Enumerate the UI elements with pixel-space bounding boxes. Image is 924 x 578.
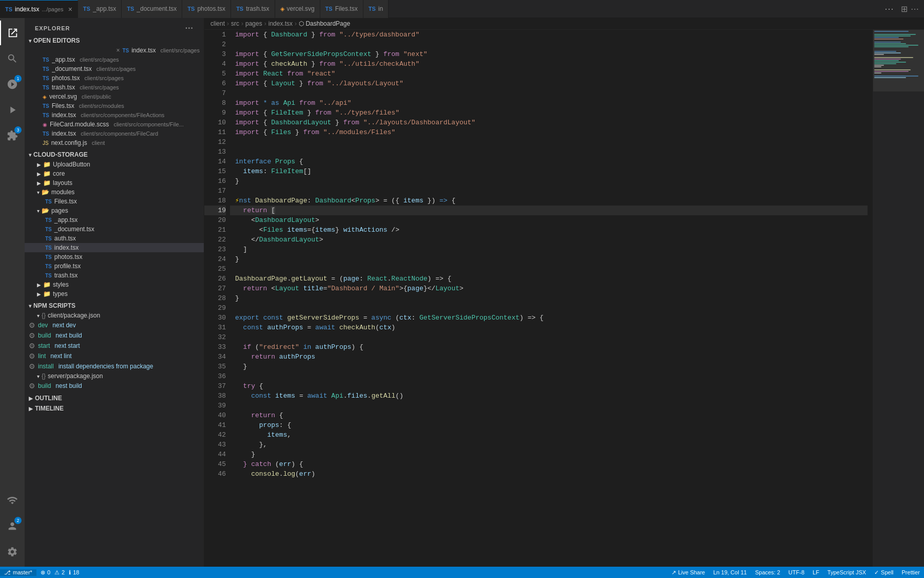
folder-item-styles[interactable]: ▶ 📁 styles: [25, 280, 204, 289]
section-cloud-storage[interactable]: ▾ CLOUD-STORAGE: [25, 150, 204, 160]
breadcrumb: client › src › pages › index.tsx › ⬡ Das…: [204, 18, 924, 30]
cursor-position-status[interactable]: Ln 19, Col 11: [709, 569, 750, 575]
sidebar-more-button[interactable]: ⋯: [185, 23, 194, 33]
activity-remote[interactable]: [0, 488, 25, 513]
folder-item-core[interactable]: ▶ 📁 core: [25, 169, 204, 178]
folder-arrow-icon: ▶: [37, 162, 41, 167]
code-editor[interactable]: import { Dashboard } from "../types/dash…: [230, 30, 873, 567]
activity-extensions[interactable]: 3: [0, 123, 25, 148]
folder-arrow-icon: ▾: [37, 313, 40, 319]
file-item-index-tsx[interactable]: TS index.tsx: [25, 243, 204, 252]
folder-arrow-icon: ▾: [37, 208, 40, 214]
activity-account[interactable]: 2: [0, 514, 25, 538]
npm-group-client[interactable]: ▾ {} client/package.json: [25, 311, 204, 320]
npm-script-lint[interactable]: ⚙ lint next lint: [25, 351, 204, 361]
prettier-status[interactable]: Prettier: [898, 569, 924, 575]
ts-file-icon: TS: [325, 6, 333, 12]
spell-check-status[interactable]: ✓ Spell: [870, 569, 897, 576]
tab-app-tsx[interactable]: TS _app.tsx: [78, 0, 122, 18]
folder-icon: 📁: [43, 281, 51, 288]
tab-index-tsx[interactable]: TS index.tsx .../pages ×: [0, 0, 78, 18]
main-layout: 1 3 2 EXPLORER ⋯: [0, 18, 924, 567]
folder-item-upload-button[interactable]: ▶ 📁 UploadButton: [25, 160, 204, 169]
encoding-status[interactable]: UTF-8: [784, 569, 808, 575]
open-editor-item[interactable]: JS next.config.js client: [25, 138, 204, 147]
split-editor-icon[interactable]: ⊞: [901, 4, 908, 14]
tab-overflow-button[interactable]: ⋯: [879, 3, 899, 14]
file-item-trash-tsx[interactable]: TS trash.tsx: [25, 271, 204, 280]
folder-open-icon: 📂: [42, 189, 49, 196]
live-share-status[interactable]: ↗ Live Share: [667, 569, 709, 576]
tab-bar: TS index.tsx .../pages × TS _app.tsx TS …: [0, 0, 924, 18]
folder-item-layouts[interactable]: ▶ 📁 layouts: [25, 178, 204, 188]
npm-script-install[interactable]: ⚙ install install dependencies from pack…: [25, 361, 204, 371]
tab-in[interactable]: TS in: [363, 0, 389, 18]
activity-run[interactable]: [0, 98, 25, 122]
minimap[interactable]: [873, 30, 924, 567]
tab-label: Files.tsx: [335, 5, 358, 12]
file-item-photos-tsx[interactable]: TS photos.tsx: [25, 252, 204, 262]
spell-icon: ✓: [874, 569, 879, 576]
ts-file-icon: TS: [45, 254, 52, 260]
folder-icon: 📁: [43, 179, 51, 187]
file-item-profile-tsx[interactable]: TS profile.tsx: [25, 262, 204, 271]
language-status[interactable]: TypeScript JSX: [823, 569, 870, 575]
tab-files-tsx[interactable]: TS Files.tsx: [320, 0, 363, 18]
open-editor-item[interactable]: TS trash.tsx client/src/pages: [25, 83, 204, 92]
tab-photos-tsx[interactable]: TS photos.tsx: [182, 0, 231, 18]
ts-file-icon: TS: [122, 48, 129, 53]
activity-explorer[interactable]: [0, 21, 25, 45]
git-branch-status[interactable]: ⎇ master*: [0, 569, 36, 576]
folder-item-types[interactable]: ▶ 📁 types: [25, 289, 204, 299]
editor-layout-controls: ⊞ ⋯: [901, 4, 924, 14]
run-script-icon: ⚙: [29, 382, 35, 390]
open-editor-item[interactable]: × TS index.tsx client/src/pages: [25, 46, 204, 55]
npm-script-nest-build[interactable]: ⚙ build nest build: [25, 381, 204, 391]
activity-bar: 1 3 2: [0, 18, 25, 567]
open-editor-item[interactable]: ◉ FileCard.module.scss client/src/compon…: [25, 120, 204, 129]
close-icon[interactable]: ×: [116, 47, 120, 54]
ts-file-icon: TS: [83, 6, 90, 12]
section-npm-scripts[interactable]: ▾ NPM SCRIPTS: [25, 301, 204, 311]
svg-file-icon: ◈: [43, 94, 47, 100]
folder-item-modules[interactable]: ▾ 📂 modules: [25, 188, 204, 197]
npm-script-start[interactable]: ⚙ start next start: [25, 341, 204, 351]
open-editor-item[interactable]: TS index.tsx client/src/components/FileA…: [25, 110, 204, 120]
activity-search[interactable]: [0, 46, 25, 71]
close-icon[interactable]: ×: [68, 5, 72, 13]
section-timeline[interactable]: ▶ TIMELINE: [25, 403, 204, 414]
open-editor-item[interactable]: ◈ vercel.svg client/public: [25, 92, 204, 101]
section-open-editors[interactable]: ▾ OPEN EDITORS: [25, 35, 204, 46]
open-editor-item[interactable]: TS index.tsx client/src/components/FileC…: [25, 129, 204, 138]
folder-item-pages[interactable]: ▾ 📂 pages: [25, 206, 204, 215]
npm-group-server[interactable]: ▾ {} server/package.json: [25, 371, 204, 381]
file-item-document-tsx[interactable]: TS _document.tsx: [25, 225, 204, 234]
activity-settings[interactable]: [0, 539, 25, 564]
run-script-icon: ⚙: [29, 352, 35, 360]
errors-warnings-status[interactable]: ⊗ 0 ⚠ 2 ℹ 18: [36, 569, 84, 576]
activity-source-control[interactable]: 1: [0, 72, 25, 97]
tab-trash-tsx[interactable]: TS trash.tsx: [231, 0, 275, 18]
ts-file-icon: TS: [45, 227, 52, 232]
npm-script-dev[interactable]: ⚙ dev next dev: [25, 320, 204, 330]
open-editor-item[interactable]: TS photos.tsx client/src/pages: [25, 73, 204, 83]
section-outline[interactable]: ▶ OUTLINE: [25, 393, 204, 403]
open-editor-item[interactable]: TS _document.tsx client/src/pages: [25, 64, 204, 73]
open-editor-item[interactable]: TS Files.tsx client/src/modules: [25, 101, 204, 110]
tab-vercel-svg[interactable]: ◈ vercel.svg: [275, 0, 320, 18]
file-item-auth-tsx[interactable]: TS auth.tsx: [25, 234, 204, 243]
live-share-icon: ↗: [671, 569, 676, 576]
warning-icon: ⚠: [54, 569, 60, 576]
open-editor-item[interactable]: TS _app.tsx client/src/pages: [25, 55, 204, 64]
line-numbers: 123 456 789 101112 131415 161718 19 2021…: [204, 30, 230, 567]
more-actions-icon[interactable]: ⋯: [911, 4, 919, 14]
eol-status[interactable]: LF: [808, 569, 823, 575]
folder-arrow-icon: ▾: [37, 374, 40, 379]
npm-script-build[interactable]: ⚙ build next build: [25, 330, 204, 341]
ts-file-icon: TS: [236, 6, 243, 12]
tab-document-tsx[interactable]: TS _document.tsx: [122, 0, 182, 18]
indentation-status[interactable]: Spaces: 2: [751, 569, 784, 575]
file-item-app-tsx[interactable]: TS _app.tsx: [25, 215, 204, 225]
tab-label: in: [378, 5, 383, 12]
file-item-files-tsx[interactable]: TS Files.tsx: [25, 197, 204, 206]
